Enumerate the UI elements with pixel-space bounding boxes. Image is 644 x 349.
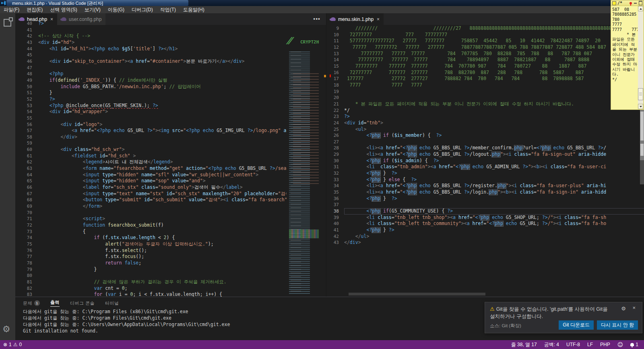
scrollbar-thumb[interactable] — [638, 88, 643, 100]
window-title: menu.skin.1.php - Visual Studio Code [관리… — [12, 0, 103, 6]
close-icon[interactable]: × — [377, 17, 380, 22]
menu-item[interactable]: 도움말(H) — [180, 6, 208, 13]
line-number: 42 — [15, 33, 32, 39]
line-number: 40 — [15, 21, 32, 27]
menu-item[interactable]: 디버그(D) — [128, 6, 157, 13]
line-number: 29 — [326, 151, 339, 158]
line-number: 80 — [15, 273, 32, 279]
warning-icon: ⚠ — [490, 306, 495, 312]
line-number: 69 — [15, 203, 32, 210]
pin-icon[interactable] — [630, 2, 632, 4]
notification-close-icon[interactable]: × — [632, 305, 636, 311]
code-line: 74 if (f.stx.value.length < 2) { — [15, 235, 326, 241]
minimap-code-texture — [291, 52, 301, 294]
code-line: 51 } — [15, 90, 326, 96]
sticky-note-scrollbar[interactable] — [638, 6, 643, 109]
minimize-icon[interactable] — [634, 3, 637, 4]
eol-sequence[interactable]: LF — [587, 342, 593, 347]
code-line: 82 var cnt = 0; — [15, 285, 326, 292]
panel-tab-problems[interactable]: 문제 1 — [23, 300, 40, 306]
code-editor-menu-skin-php[interactable]: 9 //////// ////////27 888888888888888888… — [326, 25, 644, 297]
line-number: 19 — [326, 89, 339, 95]
problems-status[interactable]: ⊗ 1 ⚠ 0 — [0, 342, 22, 347]
sticky-note-titlebar[interactable]: /* — [611, 0, 644, 6]
menu-item[interactable]: 선택 영역(S) — [46, 6, 80, 13]
panel-tab-terminal[interactable]: 터미널 — [105, 300, 119, 306]
line-number: 12 — [326, 44, 339, 51]
feedback-smiley-icon[interactable]: ☺ — [617, 341, 623, 348]
minimap[interactable]: ⁄⁄ CRYPT2H — [287, 25, 322, 297]
code-line: 80 — [15, 273, 326, 279]
line-number: 16 — [326, 70, 339, 76]
menu-item[interactable]: 작업(T) — [157, 6, 180, 13]
notification-settings-gear-icon[interactable]: ⚙ — [621, 306, 626, 312]
tab-label: menu.skin.1.php — [338, 17, 374, 22]
menu-item[interactable]: 파일(F) — [0, 6, 23, 13]
sticky-note-line: 이니 전문가 — [612, 52, 638, 57]
settings-gear-icon[interactable]: ⚙ — [2, 325, 10, 334]
line-number: 36 — [326, 196, 339, 202]
code-line: 63 <form name="fsearchbox" method="get" … — [15, 165, 326, 172]
line-number: 14 — [326, 57, 339, 63]
problems-badge: 1 — [34, 300, 40, 306]
notifications-bell[interactable]: 1 — [630, 342, 638, 347]
line-number: 37 — [326, 202, 339, 208]
line-number: 40 — [326, 221, 339, 227]
line-number: 81 — [15, 279, 32, 285]
indentation[interactable]: 공백: 4 — [544, 341, 559, 348]
line-number: 33 — [326, 177, 339, 183]
code-line: 45 — [15, 52, 326, 58]
line-number: 20 — [326, 95, 339, 101]
code-line: 37 — [326, 202, 644, 208]
layout-icon[interactable] — [4, 19, 11, 27]
trash-icon[interactable] — [639, 1, 642, 5]
menu-item[interactable]: 편집(E) — [23, 6, 46, 13]
cursor-position[interactable]: 줄 38, 열 17 — [511, 341, 537, 348]
line-number: 75 — [15, 241, 32, 248]
code-line: 39 <li class="tnb_left tnb_shop"><a href… — [326, 215, 644, 221]
language-mode[interactable]: PHP — [600, 342, 610, 347]
line-number: 46 — [15, 58, 32, 65]
scroll-up-arrow[interactable] — [638, 6, 643, 11]
code-line: 46 <div id="skip_to_container"><a href="… — [15, 58, 326, 65]
code-line: 66 <label for="sch_stx" class="sound_onl… — [15, 184, 326, 191]
line-number: 24 — [326, 120, 339, 126]
code-line: 10 72777777 777 77777777 — [326, 32, 644, 38]
line-number: 11 — [326, 38, 339, 44]
code-line: 29 <li><a href="<?php echo G5_BBS_URL ?>… — [326, 151, 644, 158]
sticky-note-content[interactable]: 587 08780888528578077777777 7777 * 본파일은 … — [612, 7, 638, 109]
code-editor-head-php[interactable]: 40?>4142<!-- 상단 시작 { -->43<div id="hd">4… — [15, 21, 326, 297]
horizontal-scrollbar[interactable] — [349, 293, 485, 295]
php-file-icon — [330, 17, 336, 21]
panel-tab-output[interactable]: 출력 — [50, 299, 60, 307]
encoding[interactable]: UTF-8 — [566, 342, 580, 347]
code-line: 77 f.stx.focus(); — [15, 254, 326, 260]
line-number: 21 — [326, 101, 339, 107]
git-notification-toast: ⚠Git을 찾을 수 없습니다. 'git.path'를 사용하여 Git을 설… — [485, 302, 642, 333]
code-line: 32 <?php } ?> — [326, 170, 644, 177]
git-download-button[interactable]: Git 다운로드 — [559, 320, 594, 330]
code-line: 60 <div class="hd_sch_wr"> — [15, 147, 326, 153]
code-line: 56 <div id="logo"> — [15, 122, 326, 128]
panel-tabs: 문제 1 출력 디버그 콘솔 터미널 — [23, 299, 119, 308]
editor-group-right: menu.skin.1.php × 9 //////// ////////27 … — [326, 13, 644, 297]
dont-show-again-button[interactable]: 다시 표시 안 함 — [597, 320, 638, 330]
code-line: 75 alert("검색어는 두글자 이상 입력하십시오."); — [15, 241, 326, 248]
menu-item[interactable]: 보기(V) — [81, 6, 104, 13]
code-line: 83 for (var i = 0; i < f.stx.value.lengt… — [15, 291, 326, 297]
code-line: 55 — [15, 115, 326, 122]
code-line: 79 } — [15, 266, 326, 273]
tab-menu-skin-1-php[interactable]: menu.skin.1.php × — [326, 13, 384, 25]
code-line: 14 777777777 777777 77777 784 78894897 8… — [326, 57, 644, 63]
scroll-down-arrow[interactable] — [638, 104, 643, 109]
panel-tab-debug-console[interactable]: 디버그 콘솔 — [70, 300, 95, 306]
code-line: 23?> — [326, 114, 644, 120]
menu-item[interactable]: 이동(G) — [104, 6, 128, 13]
code-line: 27 — [326, 139, 644, 145]
code-line: 41 — [15, 27, 326, 33]
line-number: 28 — [326, 145, 339, 151]
code-line: 62 <legend>사이트 내 전체검색</legend> — [15, 159, 326, 165]
sticky-note-line: 수정 하지 마 — [612, 62, 638, 67]
line-number: 71 — [15, 216, 32, 222]
line-number: 39 — [326, 215, 339, 221]
